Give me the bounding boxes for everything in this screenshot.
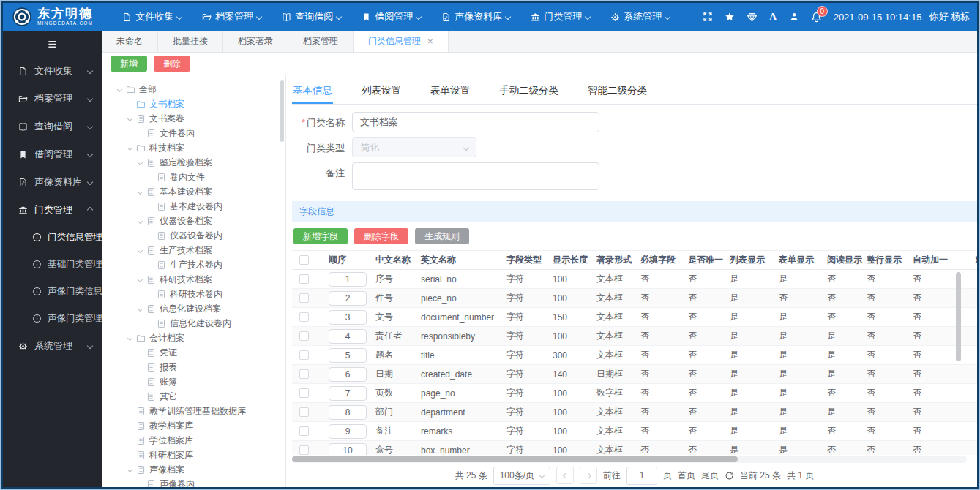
fullscreen-icon[interactable] [703,12,713,22]
table-row[interactable]: 9备注remarks字符100文本框否否是是否否否 [292,422,977,441]
table-row[interactable]: 5题名title字符300文本框否否是是是否否 [292,346,977,365]
tree-item[interactable]: 信息化建设档案 [109,301,285,316]
refresh-icon[interactable] [725,471,734,480]
tree-item[interactable]: 声像卷内 [109,477,285,487]
tree-item[interactable]: 基本建设卷内 [109,199,285,214]
delete-field-button[interactable]: 删除字段 [354,228,408,244]
table-row[interactable]: 10盒号box_number字符100文本框否否是是否否否 [292,441,977,456]
tree-item[interactable]: 仪器设备档案 [109,214,285,228]
row-checkbox[interactable] [299,426,309,436]
tree-expander[interactable] [135,219,145,223]
sidebar-subitem[interactable]: 声像门类管理 [3,305,102,332]
order-input[interactable]: 10 [329,443,367,456]
detail-tab[interactable]: 手动二级分类 [498,78,559,104]
order-input[interactable]: 3 [329,310,367,325]
open-tab[interactable]: 批量挂接 [158,31,223,52]
order-input[interactable]: 1 [329,272,367,287]
order-input[interactable]: 5 [329,348,367,363]
sidebar-item[interactable]: 系统管理 [3,332,102,360]
tree-item[interactable]: 教学训练管理基础数据库 [109,404,285,418]
tree-expander[interactable] [135,249,145,252]
topbar-menu-item[interactable]: 档案管理 [192,3,272,31]
tree-expander[interactable] [135,278,145,282]
sidebar-subitem[interactable]: 基础门类管理 [3,251,102,278]
scrollbar-thumb[interactable] [292,456,738,462]
tree-item[interactable]: 鉴定检验档案 [109,155,285,170]
goto-page-input[interactable] [626,467,657,485]
tree-item[interactable]: 文书档案 [109,97,285,111]
order-input[interactable]: 4 [329,329,367,344]
menu-collapse-icon[interactable] [3,31,102,57]
gem-icon[interactable] [747,12,758,23]
detail-tab[interactable]: 智能二级分类 [587,78,648,104]
tree-item[interactable]: 账簿 [109,374,285,389]
row-checkbox[interactable] [299,350,309,360]
add-field-button[interactable]: 新增字段 [293,228,348,244]
tree-item[interactable]: 信息化建设卷内 [109,316,285,331]
detail-tab[interactable]: 列表设置 [361,78,402,104]
tree-item[interactable]: 凭证 [109,345,285,360]
tree-item[interactable]: 卷内文件 [109,170,285,184]
remark-textarea[interactable] [352,162,599,190]
topbar-menu-item[interactable]: 借阅管理 [351,3,431,31]
tree-expander[interactable] [125,117,135,121]
table-row[interactable]: 4责任者responsibleby字符100文本框否否是是是否否 [292,327,977,346]
table-row[interactable]: 6日期created_date字符140日期框否否是是是否否 [292,365,977,384]
category-type-select[interactable]: 简化 [352,137,476,157]
user-icon[interactable] [789,12,799,22]
tree-item[interactable]: 教学档案库 [109,418,285,433]
order-input[interactable]: 7 [329,386,367,401]
topbar-menu-item[interactable]: 系统管理 [600,3,680,31]
table-row[interactable]: 2件号piece_no字符100文本框否否是否否否否 [292,289,977,308]
tree-expander[interactable] [125,468,135,472]
font-size-icon[interactable]: A [769,11,777,23]
topbar-menu-item[interactable]: 门类管理 [520,3,600,31]
detail-tab[interactable]: 基本信息 [292,78,333,104]
table-row[interactable]: 7页数page_no字符100数字框否否是是否否否 [292,384,977,403]
row-checkbox[interactable] [299,388,309,398]
sidebar-item[interactable]: 门类管理 [3,196,102,224]
favorite-star-icon[interactable] [725,12,735,22]
tree-expander[interactable] [135,307,145,311]
row-checkbox[interactable] [299,312,309,322]
order-input[interactable]: 2 [329,291,367,306]
row-checkbox[interactable] [299,407,309,417]
order-input[interactable]: 8 [329,405,367,420]
sidebar-subitem[interactable]: 门类信息管理 [3,224,102,251]
open-tab[interactable]: 未命名 [102,31,158,52]
tree-expander[interactable] [135,190,145,194]
tree-item[interactable]: 其它 [109,389,285,404]
tree-item[interactable]: 基本建设档案 [109,184,285,199]
generate-rule-button[interactable]: 生成规则 [415,228,469,244]
tree-item[interactable]: 科研档案库 [109,448,285,462]
prev-page-button[interactable] [556,467,574,484]
order-input[interactable]: 9 [329,424,367,439]
last-page-link[interactable]: 尾页 [701,470,719,482]
order-input[interactable]: 6 [329,367,367,382]
sidebar-item[interactable]: 文件收集 [3,57,102,85]
tree-item[interactable]: 全部 [109,82,285,97]
category-name-input[interactable] [352,112,599,132]
delete-button[interactable]: 删除 [154,56,190,72]
table-row[interactable]: 8部门department字符100文本框否否是是是否否 [292,403,977,422]
first-page-link[interactable]: 首页 [678,470,695,482]
open-tab[interactable]: 档案管理 [288,31,354,52]
tree-item[interactable]: 声像档案 [109,462,285,477]
add-button[interactable]: 新增 [111,56,147,72]
tree-expander[interactable] [125,146,135,150]
table-row[interactable]: 3文号document_number字符150文本框否否是是否否否 [292,308,977,327]
sidebar-item[interactable]: 借阅管理 [3,140,102,168]
tree-expander[interactable] [135,161,145,165]
row-checkbox[interactable] [299,331,309,341]
row-checkbox[interactable] [299,293,309,303]
topbar-menu-item[interactable]: 文件收集 [112,3,192,31]
topbar-menu-item[interactable]: 查询借阅 [272,3,351,31]
tree-scrollbar[interactable] [280,80,284,142]
tree-item[interactable]: 生产技术卷内 [109,257,285,272]
row-checkbox[interactable] [299,445,309,455]
tree-item[interactable]: 科研技术卷内 [109,287,285,301]
sidebar-item[interactable]: 档案管理 [3,85,102,113]
tree-expander[interactable] [125,336,135,340]
open-tab[interactable]: 档案著录 [223,31,288,52]
select-all-checkbox[interactable] [299,255,309,265]
